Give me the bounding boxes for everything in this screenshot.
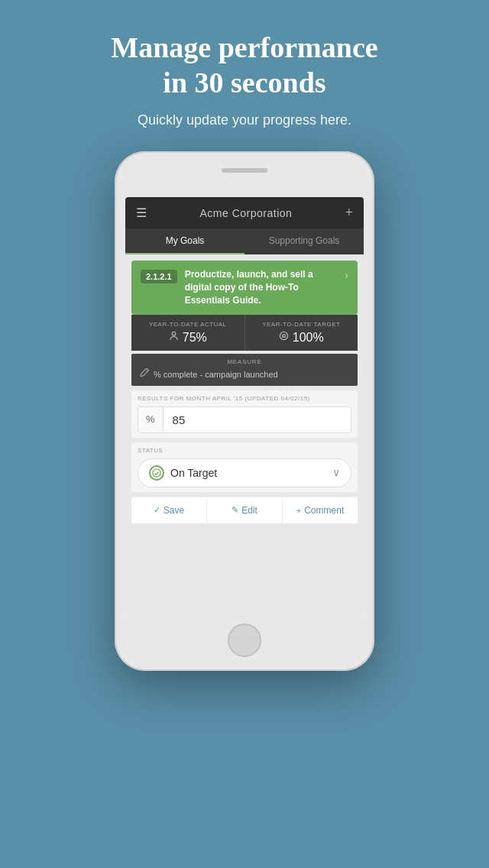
results-unit: % (138, 407, 164, 432)
results-input-row[interactable]: % 85 (138, 406, 351, 433)
pencil-icon (139, 368, 149, 381)
goal-card[interactable]: 2.1.2.1 Productize, launch, and sell a d… (131, 261, 358, 314)
edit-button[interactable]: ✎ Edit (207, 497, 283, 523)
action-bar: ✓ Save ✎ Edit + Comment (131, 497, 358, 523)
tab-supporting-goals[interactable]: Supporting Goals (244, 228, 364, 254)
svg-point-2 (282, 335, 285, 338)
results-label: RESULTS FOR MONTH APRIL '15 (UPDATED 04/… (138, 395, 351, 402)
hero-title: Manage performance in 30 seconds (46, 31, 443, 100)
chevron-right-icon: › (345, 270, 348, 282)
tab-my-goals[interactable]: My Goals (125, 228, 244, 254)
stat-actual-value: 75% (183, 331, 207, 345)
results-value[interactable]: 85 (164, 407, 351, 432)
hamburger-icon[interactable]: ☰ (136, 207, 147, 219)
chevron-down-icon: ∨ (332, 466, 340, 479)
stat-target-value-row: 100% (251, 331, 352, 345)
goal-text: Productize, launch, and sell a digital c… (185, 268, 338, 306)
phone-mockup: ☰ Acme Corporation + My Goals Supporting… (0, 151, 489, 671)
save-label: Save (164, 505, 184, 516)
status-section: STATUS On Target ∨ (131, 442, 358, 492)
app-content: 2.1.2.1 Productize, launch, and sell a d… (125, 254, 364, 617)
edit-icon: ✎ (232, 505, 238, 515)
person-icon (169, 331, 179, 344)
tab-bar: My Goals Supporting Goals (125, 228, 364, 254)
stat-actual-label: YEAR-TO-DATE ACTUAL (138, 321, 238, 328)
svg-point-1 (280, 332, 287, 339)
svg-point-3 (153, 468, 160, 476)
hero-subtitle: Quickly update your progress here. (46, 112, 443, 128)
status-dropdown[interactable]: On Target ∨ (138, 458, 351, 487)
measure-value-row: % complete - campaign launched (139, 368, 350, 381)
phone-home-button[interactable] (228, 623, 261, 657)
save-button[interactable]: ✓ Save (131, 497, 207, 523)
stat-actual: YEAR-TO-DATE ACTUAL 75% (131, 315, 245, 351)
comment-button[interactable]: + Comment (283, 497, 358, 523)
stat-actual-value-row: 75% (138, 331, 238, 345)
status-on-target-icon (149, 465, 164, 481)
measure-section: MEASURE % complete - campaign launched (131, 354, 358, 386)
stats-row: YEAR-TO-DATE ACTUAL 75% (131, 315, 358, 351)
stat-target-label: YEAR-TO-DATE TARGET (251, 321, 352, 328)
measure-text: % complete - campaign launched (154, 370, 278, 379)
status-value: On Target (170, 467, 217, 479)
status-label: STATUS (138, 447, 351, 454)
hero-section: Manage performance in 30 seconds Quickly… (0, 0, 489, 144)
phone-body: ☰ Acme Corporation + My Goals Supporting… (115, 151, 374, 671)
phone-screen: ☰ Acme Corporation + My Goals Supporting… (125, 197, 364, 617)
measure-label: MEASURE (139, 358, 350, 365)
phone-speaker (222, 168, 267, 173)
goal-badge: 2.1.2.1 (141, 270, 177, 283)
target-icon (279, 331, 289, 344)
plus-comment-icon: + (296, 506, 301, 515)
results-section: RESULTS FOR MONTH APRIL '15 (UPDATED 04/… (131, 390, 358, 438)
status-left: On Target (149, 465, 217, 481)
checkmark-icon: ✓ (154, 505, 160, 515)
app-title: Acme Corporation (200, 207, 293, 219)
app-navbar: ☰ Acme Corporation + (125, 197, 364, 228)
stat-target-value: 100% (293, 331, 324, 345)
stat-target: YEAR-TO-DATE TARGET 100% (245, 315, 358, 351)
svg-point-0 (172, 332, 176, 335)
comment-label: Comment (304, 505, 344, 516)
edit-label: Edit (241, 505, 257, 516)
add-icon[interactable]: + (345, 205, 353, 221)
